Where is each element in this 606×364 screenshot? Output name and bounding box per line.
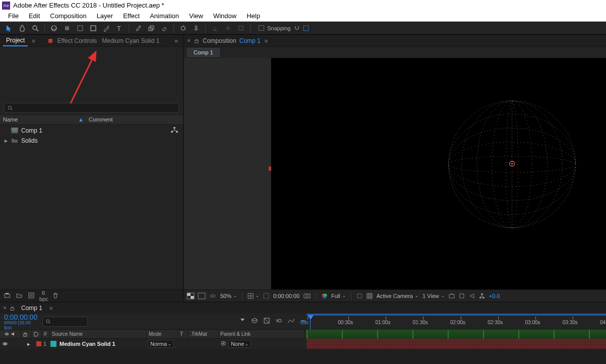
mini-flowchart-tab[interactable]: Comp 1 — [187, 48, 220, 57]
tab-effect-controls[interactable]: Effect Controls Medium Cyan Solid 1 — [48, 36, 163, 46]
timecode-display[interactable]: 0:00:00:00 00000 (25.00 fps) — [4, 313, 37, 330]
axis-view-icon[interactable] — [235, 23, 247, 34]
menu-animation[interactable]: Animation — [145, 11, 184, 21]
twirl-icon[interactable]: ▸ — [4, 137, 8, 144]
draft3d-icon[interactable] — [251, 317, 258, 326]
layer-visibility-icon[interactable] — [2, 341, 8, 347]
col-parent[interactable]: Parent & Link — [218, 330, 305, 339]
col-t[interactable]: T — [178, 330, 188, 339]
transparency-grid-icon[interactable] — [198, 293, 205, 299]
snapshot-icon[interactable] — [304, 293, 311, 298]
playhead-icon[interactable] — [308, 315, 314, 320]
share-view-icon[interactable] — [449, 293, 455, 299]
timeline-layer-row[interactable]: ▸ 1 Medium Cyan Solid 1 Norma⌄ None⌄ — [0, 339, 606, 349]
time-ruler[interactable]: 00s00:30s01:00s01:30s02:00s02:30s03:00s0… — [307, 314, 606, 330]
mask-visibility-icon[interactable] — [209, 293, 216, 299]
selection-tool-icon[interactable] — [3, 23, 15, 34]
composition-tab-name[interactable]: Comp 1 — [239, 37, 261, 44]
layer-mode-dropdown[interactable]: Norma⌄ — [148, 340, 180, 348]
brush-tool-icon[interactable] — [132, 23, 144, 34]
puppet-tool-icon[interactable] — [190, 23, 202, 34]
project-columns-header[interactable]: Name▲ Comment — [0, 114, 183, 125]
axis-world-icon[interactable] — [222, 23, 234, 34]
parent-dropdown[interactable]: None⌄ — [228, 340, 251, 348]
region-of-interest-icon[interactable] — [356, 293, 362, 299]
label-header-icon[interactable] — [32, 330, 42, 339]
snapping-checkbox-icon[interactable] — [259, 25, 264, 31]
eraser-tool-icon[interactable] — [158, 23, 170, 34]
sort-asc-icon[interactable]: ▲ — [78, 116, 84, 123]
timeline-search-input[interactable] — [42, 317, 88, 327]
comp-marker-icon[interactable] — [239, 317, 246, 326]
project-item-comp[interactable]: Comp 1 — [4, 126, 183, 136]
flowchart-button-icon[interactable] — [479, 293, 485, 299]
menu-view[interactable]: View — [184, 11, 208, 21]
bpc-toggle[interactable]: 8 bpc — [39, 290, 47, 302]
menu-file[interactable]: File — [3, 11, 24, 21]
panel-close-icon[interactable]: × — [3, 305, 7, 312]
work-area-bar[interactable] — [307, 314, 606, 316]
shape-tool-icon[interactable] — [87, 23, 99, 34]
panel-menu-icon[interactable]: ≡ — [49, 305, 52, 311]
layer-name[interactable]: Medium Cyan Solid 1 — [59, 341, 148, 347]
work-area-strip[interactable] — [307, 330, 606, 339]
alpha-toggle-icon[interactable] — [187, 293, 194, 299]
menu-help[interactable]: Help — [241, 11, 265, 21]
tab-project[interactable]: Project — [3, 35, 28, 46]
lock-icon[interactable] — [194, 38, 200, 44]
current-time-display[interactable]: 0:00:00:00 — [273, 293, 299, 299]
flowchart-icon[interactable] — [171, 127, 178, 134]
axis-local-icon[interactable] — [209, 23, 221, 34]
col-source-name[interactable]: Source Name — [50, 330, 147, 339]
menu-effect[interactable]: Effect — [118, 11, 145, 21]
pixel-aspect-icon[interactable] — [459, 293, 465, 299]
camera-dropdown[interactable]: Active Camera ⌄ — [377, 293, 418, 299]
viewer-area[interactable] — [184, 58, 606, 289]
new-comp-icon[interactable] — [27, 292, 35, 299]
panel-close-icon[interactable]: × — [187, 37, 191, 44]
panel-overflow-icon[interactable]: » — [172, 37, 180, 44]
pen-tool-icon[interactable] — [100, 23, 112, 34]
exposure-value[interactable]: +0.0 — [489, 293, 500, 299]
channel-rgb-icon[interactable] — [321, 293, 327, 299]
menu-composition[interactable]: Composition — [45, 11, 91, 21]
av-switches-header[interactable] — [2, 330, 21, 339]
roto-tool-icon[interactable] — [177, 23, 189, 34]
col-trkmat[interactable]: .TrkMat — [188, 330, 218, 339]
interpret-footage-icon[interactable] — [3, 292, 11, 299]
viewer-canvas[interactable] — [271, 58, 606, 289]
project-item-list[interactable]: Comp 1 ▸ Solids — [0, 125, 183, 289]
hand-tool-icon[interactable] — [16, 23, 28, 34]
timeline-tab-comp[interactable]: Comp 1 — [18, 303, 45, 313]
snapping-toggle[interactable]: Snapping — [259, 25, 309, 31]
mask-tool-icon[interactable] — [74, 23, 86, 34]
lock-icon[interactable] — [10, 306, 15, 311]
zoom-dropdown[interactable]: 50% ⌄ — [220, 293, 237, 299]
col-mode[interactable]: Mode — [147, 330, 178, 339]
panel-menu-icon[interactable]: ≡ — [265, 38, 268, 44]
menu-layer[interactable]: Layer — [92, 11, 118, 21]
anchor-point-icon[interactable] — [508, 160, 516, 169]
trash-icon[interactable] — [51, 292, 59, 299]
motion-blur-icon[interactable] — [275, 317, 282, 326]
orbit-camera-tool-icon[interactable] — [48, 23, 60, 34]
new-folder-icon[interactable] — [15, 292, 23, 299]
project-search-input[interactable] — [4, 103, 179, 113]
view-layout-dropdown[interactable]: 1 View ⌄ — [422, 293, 445, 299]
parent-pickwhip-icon[interactable] — [220, 340, 226, 347]
project-item-folder[interactable]: ▸ Solids — [4, 136, 183, 146]
fast-preview-icon[interactable] — [469, 293, 475, 299]
layer-twirl-icon[interactable]: ▸ — [27, 341, 34, 347]
resolution-dropdown[interactable]: Full ⌄ — [331, 293, 346, 299]
resolution-grid-icon[interactable]: ⌄ — [248, 293, 259, 299]
timeline-empty-area[interactable] — [0, 349, 606, 364]
clone-tool-icon[interactable] — [145, 23, 157, 34]
menu-window[interactable]: Window — [208, 11, 241, 21]
lock-header-icon[interactable] — [21, 330, 32, 339]
type-tool-icon[interactable]: T — [113, 23, 126, 34]
panel-menu-icon[interactable]: ≡ — [32, 38, 35, 44]
frame-blend-icon[interactable] — [263, 317, 270, 326]
graph-editor-icon[interactable] — [287, 317, 294, 326]
grid-overlay-icon[interactable] — [367, 293, 373, 299]
layer-label-color-icon[interactable] — [36, 341, 41, 346]
